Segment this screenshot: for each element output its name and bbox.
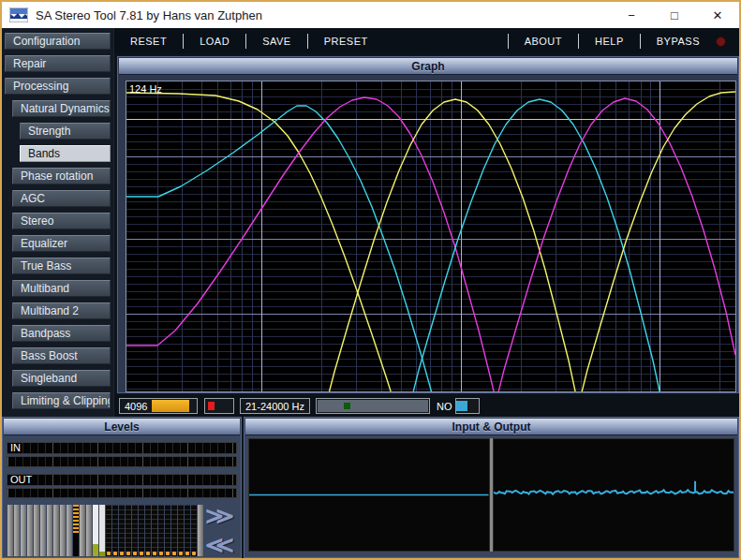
level-meter-bar xyxy=(67,505,72,556)
window-title: SA Stereo Tool 7.81 by Hans van Zutphen xyxy=(36,8,262,22)
input-waveform-display xyxy=(248,438,490,552)
sidebar-item-repair[interactable]: Repair xyxy=(5,55,111,72)
sidebar-item-singleband[interactable]: Singleband xyxy=(12,370,111,387)
sidebar-item-natural-dynamics[interactable]: Natural Dynamics xyxy=(12,100,111,117)
absolute-toggle-on xyxy=(456,401,467,411)
input-meter-label: IN xyxy=(7,443,21,453)
input-output-panel-title: Input & Output xyxy=(245,419,737,435)
toolbar-button-save[interactable]: SAVE xyxy=(246,28,307,54)
graph-panel-title: Graph xyxy=(119,58,737,75)
sidebar-item-phase-rotation[interactable]: Phase rotation xyxy=(12,168,111,184)
sidebar-item-processing[interactable]: Processing xyxy=(5,78,111,95)
sidebar-item-strength[interactable]: Strength xyxy=(20,123,111,140)
level-meter-bar xyxy=(34,505,39,556)
levels-panel: Levels IN OUT ≫ ≪ xyxy=(2,417,242,558)
input-output-panel: Input & Output xyxy=(244,417,739,558)
toolbar-button-about[interactable]: ABOUT xyxy=(509,28,578,54)
sidebar-item-equalizer[interactable]: Equalizer xyxy=(12,235,111,252)
graph-canvas[interactable]: 124 Hz xyxy=(126,81,736,392)
sidebar-item-true-bass[interactable]: True Bass xyxy=(12,258,111,274)
graph-panel: Graph 124 Hz xyxy=(117,56,739,393)
toolbar-button-bypass[interactable]: BYPASS xyxy=(641,28,716,54)
toolbar-button-help[interactable]: HELP xyxy=(579,28,640,54)
sidebar-item-multiband-2[interactable]: Multiband 2 xyxy=(12,302,111,319)
level-meter-bar xyxy=(40,505,46,556)
level-meter-bar xyxy=(21,505,26,556)
level-meter-bar xyxy=(126,505,131,556)
level-meter-bar xyxy=(80,505,85,556)
level-meter-bar xyxy=(14,505,20,556)
input-level-meter-2 xyxy=(7,456,237,467)
sidebar-item-configuration[interactable]: Configuration xyxy=(5,33,111,50)
bypass-led-indicator xyxy=(716,37,726,47)
input-level-meter: IN xyxy=(7,442,237,454)
level-meter-bar xyxy=(27,505,33,556)
band-level-meters xyxy=(7,505,203,556)
absolute-toggle-label: NO xyxy=(434,401,455,412)
level-meter-bar xyxy=(47,505,52,556)
toolbar-button-preset[interactable]: PRESET xyxy=(308,28,384,54)
graph-frequency-label: 124 Hz xyxy=(129,83,162,95)
maximize-button[interactable]: □ xyxy=(653,2,696,28)
graph-status-bar: 4096 21-24000 Hz NO xyxy=(114,395,739,417)
level-meter-bar xyxy=(152,505,157,556)
clip-indicator[interactable] xyxy=(204,398,234,414)
sidebar-item-agc[interactable]: AGC xyxy=(12,190,111,207)
level-meter-bar xyxy=(185,505,190,556)
sidebar-item-bands[interactable]: Bands xyxy=(20,145,111,162)
level-meter-bar xyxy=(93,505,98,556)
fft-size-bar xyxy=(152,400,189,412)
level-meter-bar xyxy=(99,505,105,556)
title-bar: SA Stereo Tool 7.81 by Hans van Zutphen … xyxy=(2,2,739,28)
level-meter-bar xyxy=(112,505,118,556)
output-level-meter: OUT xyxy=(7,474,237,486)
level-meter-bar xyxy=(73,505,79,556)
frequency-slider[interactable] xyxy=(316,398,430,414)
level-meter-bar xyxy=(132,505,138,556)
waveform-trace xyxy=(494,481,734,494)
level-meter-bar xyxy=(158,505,164,556)
app-window: SA Stereo Tool 7.81 by Hans van Zutphen … xyxy=(0,0,741,560)
clip-indicator-bar xyxy=(208,402,215,410)
output-waveform-display xyxy=(493,438,735,552)
output-level-meter-2 xyxy=(7,488,237,498)
toolbar-button-reset[interactable]: RESET xyxy=(114,28,183,54)
levels-panel-title: Levels xyxy=(4,419,240,435)
app-icon xyxy=(9,7,28,22)
absolute-toggle-off xyxy=(467,401,477,411)
frequency-slider-handle[interactable] xyxy=(344,403,350,409)
sidebar-item-limiting-clipping[interactable]: Limiting & Clipping xyxy=(12,392,111,409)
frequency-slider-track[interactable] xyxy=(318,400,428,412)
level-meter-bar xyxy=(165,505,170,556)
meters-collapse-button[interactable]: ≪ xyxy=(205,534,234,556)
output-meter-label: OUT xyxy=(7,475,32,485)
close-button[interactable]: ✕ xyxy=(696,2,739,28)
level-meter-bar xyxy=(119,505,125,556)
sidebar-item-stereo[interactable]: Stereo xyxy=(12,213,111,229)
level-meter-bar xyxy=(171,505,177,556)
level-meter-bar xyxy=(7,505,13,556)
toolbar-button-load[interactable]: LOAD xyxy=(184,28,245,54)
frequency-range-display[interactable]: 21-24000 Hz xyxy=(240,398,310,414)
frequency-range-value: 21-24000 Hz xyxy=(241,401,309,412)
level-meter-bar xyxy=(106,505,111,556)
sidebar-item-multiband[interactable]: Multiband xyxy=(12,280,111,297)
fft-size-control[interactable]: 4096 xyxy=(119,398,198,414)
meters-expand-button[interactable]: ≫ xyxy=(205,505,234,527)
level-meter-bar xyxy=(60,505,66,556)
level-meter-bar xyxy=(145,505,151,556)
level-meter-bar xyxy=(86,505,92,556)
filter-curve-band-5 xyxy=(408,99,664,391)
level-meter-bar xyxy=(178,505,184,556)
fft-size-value: 4096 xyxy=(120,401,152,412)
level-meter-bar xyxy=(53,505,59,556)
minimize-button[interactable]: − xyxy=(610,2,653,28)
sidebar-item-bandpass[interactable]: Bandpass xyxy=(12,325,111,342)
absolute-toggle[interactable] xyxy=(455,398,480,414)
toolbar: RESETLOADSAVEPRESETABOUTHELPBYPASS xyxy=(114,28,739,54)
sidebar-item-bass-boost[interactable]: Bass Boost xyxy=(12,347,111,364)
filter-curve-band-2 xyxy=(126,106,434,391)
level-meter-bar xyxy=(191,505,197,556)
sidebar: ConfigurationRepairProcessingNatural Dyn… xyxy=(2,28,114,417)
level-meter-bar xyxy=(139,505,144,556)
